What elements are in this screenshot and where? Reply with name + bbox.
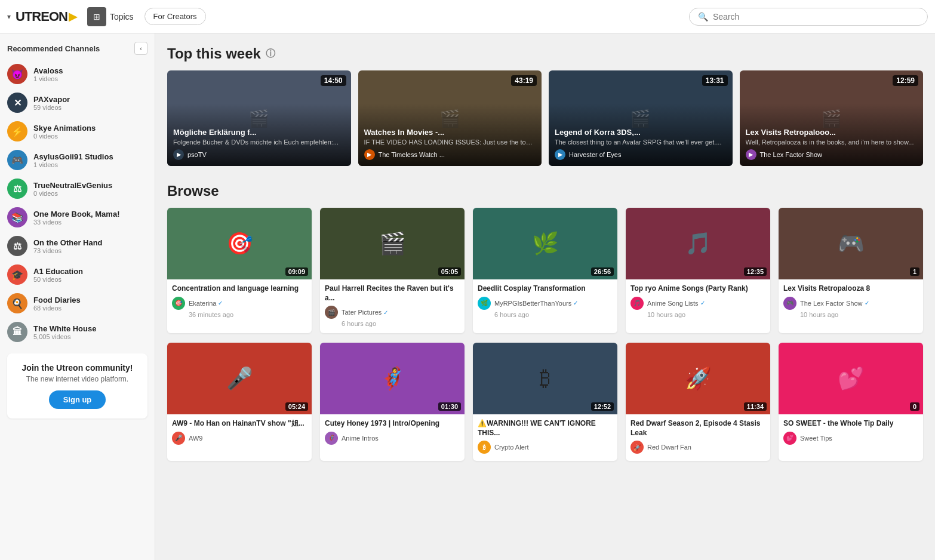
browse-video-title: SO SWEET - the Whole Tip Daily: [783, 419, 918, 429]
sidebar-channel-item[interactable]: 🎮 AsylusGoii91 Studios 1 videos: [0, 146, 155, 174]
browse-thumbnail: ₿ 12:52: [473, 343, 617, 414]
channel-avatar: ⚡: [7, 121, 27, 141]
browse-channel-avatar: 🚀: [630, 441, 644, 454]
video-overlay: Legend of Korra 3DS,... The closest thin…: [549, 104, 733, 166]
top-video-card[interactable]: 🎬 43:19 Watches In Movies -... IF THE VI…: [358, 70, 542, 166]
browse-video-card[interactable]: 🎬 05:05 Paul Harrell Recites the Raven b…: [320, 208, 465, 333]
verified-icon: ✓: [573, 300, 578, 306]
channel-name: Skye Animations: [33, 124, 96, 133]
search-input[interactable]: [713, 12, 919, 21]
browse-channel-name: Anime Song Lists ✓: [647, 300, 705, 307]
join-title: Join the Utreon community!: [17, 363, 138, 373]
browse-video-card[interactable]: 🎮 1 Lex Visits Retropalooza 8 🎮 The Lex …: [779, 208, 923, 333]
search-bar: 🔍: [689, 8, 928, 26]
topics-label: Topics: [110, 12, 134, 21]
sidebar-channel-item[interactable]: 🍳 Food Diaries 68 videos: [0, 289, 155, 318]
dropdown-arrow[interactable]: ▾: [7, 13, 11, 21]
browse-channel-avatar: 🦸: [325, 432, 338, 445]
browse-grid-row2: 🎤 05:24 AW9 - Mo Han on HainanTV show "姐…: [167, 343, 923, 461]
header: ▾ UTREON▶ ⊞ Topics For Creators 🔍: [0, 0, 935, 33]
browse-video-card[interactable]: 🦸 01:30 Cutey Honey 1973 | Intro/Opening…: [320, 343, 465, 461]
main-layout: Recommended Channels ‹ 😈 Avaloss 1 video…: [0, 33, 935, 560]
browse-duration-badge: 05:24: [285, 402, 308, 411]
video-desc: Folgende Bücher & DVDs möchte ich Euch e…: [173, 139, 345, 146]
sidebar-channel-item[interactable]: ⚖ TrueNeutralEvGenius 0 videos: [0, 174, 155, 203]
browse-channel-avatar: 🎮: [783, 297, 796, 310]
verified-icon: ✓: [865, 300, 869, 306]
channel-name: TrueNeutralEvGenius: [33, 181, 112, 190]
browse-video-card[interactable]: 🌿 26:56 Deedlit Cosplay Transformation 🌿…: [473, 208, 617, 333]
top-video-card[interactable]: 🎬 14:50 Mögliche Erklärung f... Folgende…: [167, 70, 351, 166]
browse-channel-name: AW9: [189, 435, 202, 442]
sidebar-channel-item[interactable]: ✕ PAXvapor 59 videos: [0, 88, 155, 117]
sidebar: Recommended Channels ‹ 😈 Avaloss 1 video…: [0, 33, 155, 560]
video-title: Legend of Korra 3DS,...: [555, 128, 727, 137]
browse-video-card[interactable]: 💕 0 SO SWEET - the Whole Tip Daily 💕 Swe…: [779, 343, 923, 461]
topics-button[interactable]: ⊞ Topics: [81, 5, 140, 29]
browse-thumbnail: 🚀 11:34: [626, 343, 770, 414]
logo[interactable]: UTREON▶: [16, 9, 76, 24]
join-box: Join the Utreon community! The new inter…: [7, 353, 147, 419]
channel-video-count: 1 videos: [33, 75, 63, 82]
channel-name: Food Diaries: [33, 296, 81, 304]
search-icon: 🔍: [698, 12, 708, 21]
sidebar-channel-item[interactable]: 🎓 A1 Education 50 videos: [0, 260, 155, 289]
browse-video-title: Red Dwarf Season 2, Episode 4 Stasis Lea…: [630, 419, 765, 438]
channel-avatar: 🏛: [7, 322, 27, 342]
channel-avatar: 🍳: [7, 293, 27, 313]
browse-duration-badge: 05:05: [438, 267, 461, 276]
sidebar-channel-item[interactable]: 🏛 The White House 5,005 videos: [0, 318, 155, 346]
verified-icon: ✓: [700, 300, 705, 306]
browse-time-ago: 6 hours ago: [494, 311, 613, 318]
browse-video-card[interactable]: 🎯 09:09 Concentration and language learn…: [167, 208, 312, 333]
browse-duration-badge: 09:09: [285, 267, 308, 276]
browse-channel-name: MyRPGIsBetterThanYours ✓: [494, 300, 578, 307]
browse-video-title: ⚠️WARNING!!! WE CAN'T IGNORE THIS...: [478, 419, 613, 438]
browse-thumbnail: 💕 0: [779, 343, 923, 414]
sidebar-header: Recommended Channels ‹: [0, 33, 155, 60]
channel-avatar: ⚖: [7, 236, 27, 256]
sidebar-channel-item[interactable]: 📚 One More Book, Mama! 33 videos: [0, 203, 155, 232]
browse-section-title: Browse: [167, 183, 923, 199]
browse-video-title: Cutey Honey 1973 | Intro/Opening: [325, 419, 460, 429]
for-creators-button[interactable]: For Creators: [144, 8, 206, 25]
browse-video-title: Lex Visits Retropalooza 8: [783, 284, 918, 294]
channel-name: On the Other Hand: [33, 238, 103, 247]
browse-channel-name: Sweet Tips: [800, 435, 832, 442]
video-overlay: Lex Visits Retropalooo... Well, Retropal…: [740, 104, 924, 166]
browse-thumbnail: 🦸 01:30: [320, 343, 465, 414]
channel-name: Avaloss: [33, 66, 63, 75]
browse-video-card[interactable]: 🎤 05:24 AW9 - Mo Han on HainanTV show "姐…: [167, 343, 312, 461]
sidebar-collapse-button[interactable]: ‹: [134, 42, 147, 55]
content-area: Top this week ⓘ 🎬 14:50 Mögliche Erkläru…: [155, 33, 935, 560]
browse-time-ago: 36 minutes ago: [189, 311, 307, 318]
top-section-title: Top this week ⓘ: [167, 45, 923, 62]
mini-avatar: ▶: [746, 149, 756, 160]
browse-video-title: Deedlit Cosplay Transformation: [478, 284, 613, 294]
browse-thumbnail: 🎵 12:35: [626, 208, 770, 279]
sidebar-channel-item[interactable]: 😈 Avaloss 1 videos: [0, 60, 155, 88]
browse-duration-badge: 0: [910, 402, 919, 411]
browse-video-card[interactable]: 🚀 11:34 Red Dwarf Season 2, Episode 4 St…: [626, 343, 770, 461]
channel-name: The Timeless Watch ...: [379, 151, 445, 158]
channel-video-count: 0 videos: [33, 190, 112, 197]
video-overlay: Mögliche Erklärung f... Folgende Bücher …: [167, 104, 351, 166]
browse-video-title: AW9 - Mo Han on HainanTV show "姐...: [172, 419, 307, 429]
channel-avatar: 😈: [7, 64, 27, 84]
browse-video-card[interactable]: ₿ 12:52 ⚠️WARNING!!! WE CAN'T IGNORE THI…: [473, 343, 617, 461]
signup-button[interactable]: Sign up: [49, 390, 106, 409]
browse-grid-row1: 🎯 09:09 Concentration and language learn…: [167, 208, 923, 333]
channel-avatar: 🎮: [7, 150, 27, 170]
top-videos-grid: 🎬 14:50 Mögliche Erklärung f... Folgende…: [167, 70, 923, 166]
sidebar-channel-item[interactable]: ⚡ Skye Animations 0 videos: [0, 117, 155, 146]
channel-video-count: 5,005 videos: [33, 333, 96, 340]
sidebar-channel-item[interactable]: ⚖ On the Other Hand 73 videos: [0, 232, 155, 260]
channel-name: A1 Education: [33, 267, 83, 276]
top-video-card[interactable]: 🎬 13:31 Legend of Korra 3DS,... The clos…: [549, 70, 733, 166]
browse-duration-badge: 01:30: [438, 402, 461, 411]
browse-thumbnail: 🎮 1: [779, 208, 923, 279]
logo-arrow: ▶: [69, 10, 76, 23]
channel-list: 😈 Avaloss 1 videos ✕ PAXvapor 59 videos …: [0, 60, 155, 346]
browse-video-card[interactable]: 🎵 12:35 Top ryo Anime Songs (Party Rank)…: [626, 208, 770, 333]
top-video-card[interactable]: 🎬 12:59 Lex Visits Retropalooo... Well, …: [740, 70, 924, 166]
